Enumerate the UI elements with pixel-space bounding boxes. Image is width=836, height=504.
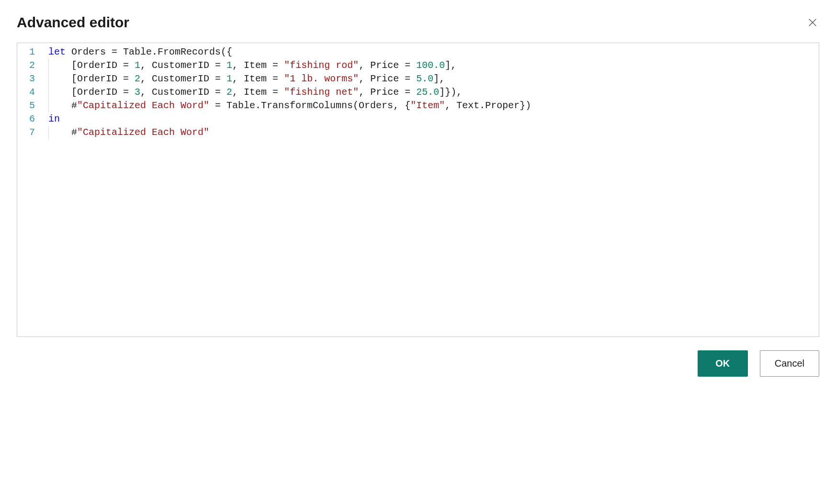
ok-button[interactable]: OK [698, 350, 748, 377]
line-number: 6 [17, 112, 44, 126]
code-line[interactable]: #"Capitalized Each Word" = Table.Transfo… [44, 99, 819, 112]
code-editor[interactable]: 1234567 let Orders = Table.FromRecords({… [17, 43, 819, 337]
close-icon [807, 17, 818, 28]
code-line[interactable]: [OrderID = 2, CustomerID = 1, Item = "1 … [44, 72, 819, 86]
code-line[interactable]: let Orders = Table.FromRecords({ [44, 45, 819, 59]
line-number: 4 [17, 86, 44, 99]
dialog-footer: OK Cancel [17, 350, 819, 377]
line-number-gutter: 1234567 [17, 43, 44, 336]
code-line[interactable]: [OrderID = 3, CustomerID = 2, Item = "fi… [44, 86, 819, 99]
line-number: 7 [17, 126, 44, 139]
close-button[interactable] [806, 16, 819, 29]
line-number: 5 [17, 99, 44, 112]
code-line[interactable]: in [44, 112, 819, 126]
code-line[interactable]: [OrderID = 1, CustomerID = 1, Item = "fi… [44, 59, 819, 72]
dialog-title: Advanced editor [17, 14, 129, 31]
cancel-button[interactable]: Cancel [760, 350, 819, 377]
line-number: 3 [17, 72, 44, 86]
dialog-header: Advanced editor [17, 14, 819, 31]
code-textarea[interactable]: let Orders = Table.FromRecords({ [OrderI… [44, 43, 819, 336]
line-number: 1 [17, 45, 44, 59]
code-line[interactable]: #"Capitalized Each Word" [44, 126, 819, 139]
line-number: 2 [17, 59, 44, 72]
